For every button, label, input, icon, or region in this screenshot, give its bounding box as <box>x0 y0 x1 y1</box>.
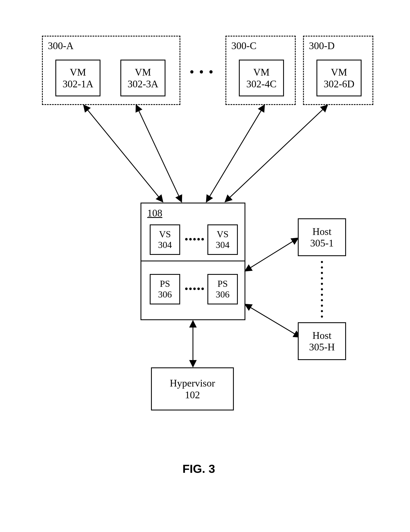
host-305-1: Host 305-1 <box>298 218 346 256</box>
vs-right-id: 304 <box>216 240 230 250</box>
hostH-label: Host <box>312 330 332 341</box>
vs-304-left: VS 304 <box>150 224 180 255</box>
tenant-c-label: 300-C <box>231 40 256 51</box>
arrow-vm3a-hub <box>136 105 182 201</box>
host1-label: Host <box>312 226 332 237</box>
tenant-300-d: 300-D VM 302-6D <box>303 36 373 105</box>
vm-302-6d: VM 302-6D <box>317 60 362 96</box>
hub-top-half: 108 VS 304 ••••• VS 304 <box>141 203 245 261</box>
ps-left-label: PS <box>160 279 170 289</box>
arrow-vm6d-hub <box>226 105 327 201</box>
hyp-id: 102 <box>185 389 200 400</box>
vm-302-6d-id: 302-6D <box>324 78 355 90</box>
arrow-hub-host1 <box>245 238 298 271</box>
hyp-label: Hypervisor <box>170 377 215 389</box>
vm-302-3a-id: 302-3A <box>128 78 158 90</box>
vm-302-1a: VM 302-1A <box>55 60 100 96</box>
arrow-vm1a-hub <box>84 105 163 201</box>
ellipsis-ps: ••••• <box>185 284 205 294</box>
arrow-hub-hostH <box>245 304 300 337</box>
vm-302-4c-t: VM <box>253 66 270 78</box>
tenant-d-label: 300-D <box>309 40 335 51</box>
ps-left-id: 306 <box>158 289 172 300</box>
vs-left-label: VS <box>159 229 171 240</box>
diagram-page: 300-A VM 302-1A VM 302-3A • • • 300-C VM… <box>0 0 410 532</box>
host1-id: 305-1 <box>310 237 334 249</box>
tenant-a-label: 300-A <box>48 40 74 51</box>
tenant-300-c: 300-C VM 302-4C <box>226 36 296 105</box>
hypervisor-102: Hypervisor 102 <box>151 367 234 410</box>
tenant-300-a: 300-A VM 302-1A VM 302-3A <box>42 36 180 105</box>
vs-left-id: 304 <box>158 240 172 250</box>
host-305-h: Host 305-H <box>298 322 346 360</box>
vm-302-4c-id: 302-4C <box>246 78 277 90</box>
arrow-vm4c-hub <box>207 105 264 201</box>
vm-302-3a: VM 302-3A <box>120 60 165 96</box>
vm-302-1a-t: VM <box>70 66 86 78</box>
ps-306-left: PS 306 <box>150 274 180 304</box>
ps-306-right: PS 306 <box>207 274 238 304</box>
vm-302-4c: VM 302-4C <box>239 60 284 96</box>
hub-108: 108 VS 304 ••••• VS 304 PS 306 ••••• PS … <box>140 203 245 320</box>
ps-right-label: PS <box>218 279 228 289</box>
ellipsis-tenants: • • • <box>190 65 214 78</box>
vm-302-1a-id: 302-1A <box>63 78 93 90</box>
vm-302-6d-t: VM <box>331 66 347 78</box>
ellipsis-hosts <box>321 259 323 319</box>
figure-caption: FIG. 3 <box>182 462 215 475</box>
ps-right-id: 306 <box>216 289 230 300</box>
ellipsis-vs: ••••• <box>185 234 205 245</box>
hub-bottom-half: PS 306 ••••• PS 306 <box>141 261 245 319</box>
hub-id: 108 <box>147 207 162 219</box>
vs-right-label: VS <box>217 229 228 240</box>
hostH-id: 305-H <box>309 341 335 353</box>
vs-304-right: VS 304 <box>207 224 238 255</box>
vm-302-3a-t: VM <box>135 66 151 78</box>
